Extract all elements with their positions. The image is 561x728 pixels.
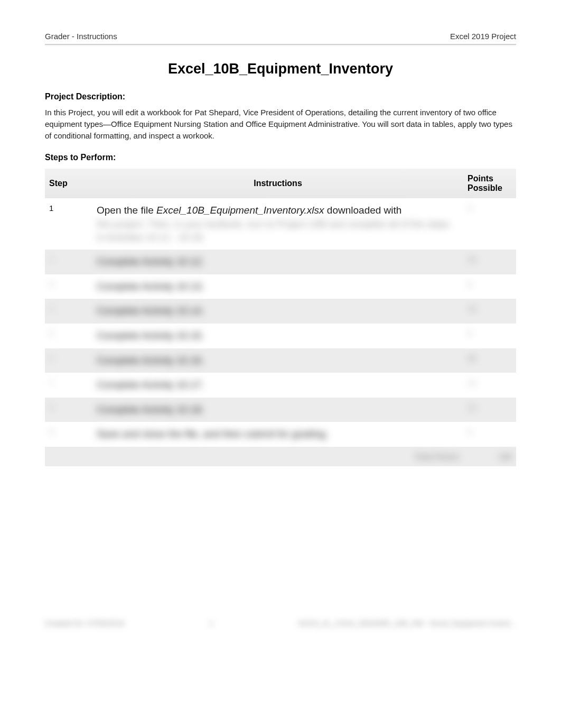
- table-total-row: Total Points 100: [45, 447, 516, 466]
- points-cell: 0: [463, 422, 516, 447]
- total-value: 100: [463, 447, 516, 466]
- col-step: Step: [45, 169, 92, 198]
- step-number: 4: [45, 299, 92, 324]
- footer-center: 1: [209, 619, 213, 628]
- table-row: 9 Save and close the file, and then subm…: [45, 422, 516, 447]
- table-row: 7 Complete Activity 10.17. 12: [45, 373, 516, 398]
- step-number: 2: [45, 250, 92, 274]
- table-row: 8 Complete Activity 10.18. 12: [45, 398, 516, 422]
- instruction-cell: Complete Activity 10.17.: [92, 373, 463, 398]
- points-cell: 8: [463, 324, 516, 348]
- instruction-cell: Complete Activity 10.16.: [92, 348, 463, 373]
- steps-to-perform-label: Steps to Perform:: [45, 153, 516, 162]
- total-label: Total Points: [92, 447, 463, 466]
- col-instructions: Instructions: [92, 169, 463, 198]
- table-row: 5 Complete Activity 10.15. 8: [45, 324, 516, 348]
- step-number: 9: [45, 422, 92, 447]
- table-row: 3 Complete Activity 10.13. 8: [45, 274, 516, 299]
- table-row: 6 Complete Activity 10.16. 30: [45, 348, 516, 373]
- instruction-cell: Open the file Excel_10B_Equipment_Invent…: [92, 198, 463, 250]
- table-row: 4 Complete Activity 10.14. 15: [45, 299, 516, 324]
- step-number: 1: [45, 198, 92, 250]
- table-header-row: Step Instructions Points Possible: [45, 169, 516, 198]
- steps-table: Step Instructions Points Possible 1 Open…: [45, 169, 516, 466]
- points-cell: 30: [463, 348, 516, 373]
- project-description-text: In this Project, you will edit a workboo…: [45, 107, 516, 141]
- table-row: 2 Complete Activity 10.12. 15: [45, 250, 516, 274]
- footer-row: Created On: 07/05/2019 1 GO19_XL_CH10_GR…: [45, 619, 516, 628]
- table-row: 1 Open the file Excel_10B_Equipment_Inve…: [45, 198, 516, 250]
- instruction-cell: Complete Activity 10.14.: [92, 299, 463, 324]
- instruction-cell: Save and close the file, and then submit…: [92, 422, 463, 447]
- points-cell: 0: [463, 198, 516, 250]
- points-cell: 12: [463, 398, 516, 422]
- points-cell: 15: [463, 250, 516, 274]
- step-number: 7: [45, 373, 92, 398]
- points-cell: 12: [463, 373, 516, 398]
- points-cell: 15: [463, 299, 516, 324]
- instruction-cell: Complete Activity 10.15.: [92, 324, 463, 348]
- instruction-blurred: this project. Then, in your textbook, tu…: [97, 218, 459, 244]
- header-right: Excel 2019 Project: [450, 32, 516, 41]
- instruction-prefix: Open the file: [97, 205, 156, 216]
- page-title: Excel_10B_Equipment_Inventory: [45, 61, 516, 77]
- header-left: Grader - Instructions: [45, 32, 117, 41]
- step-number: 3: [45, 274, 92, 299]
- project-description-label: Project Description:: [45, 92, 516, 102]
- instruction-filename: Excel_10B_Equipment_Inventory.xlsx: [156, 205, 324, 216]
- step-number: 5: [45, 324, 92, 348]
- footer-right: GO19_XL_CH10_GRADER_10B_HW - Excel_Equip…: [298, 619, 516, 628]
- col-points: Points Possible: [463, 169, 516, 198]
- total-empty: [45, 447, 92, 466]
- step-number: 6: [45, 348, 92, 373]
- footer-left: Created On: 07/05/2019: [45, 619, 124, 628]
- points-cell: 8: [463, 274, 516, 299]
- step-number: 8: [45, 398, 92, 422]
- instruction-cell: Complete Activity 10.12.: [92, 250, 463, 274]
- instruction-cell: Complete Activity 10.18.: [92, 398, 463, 422]
- document-page: Grader - Instructions Excel 2019 Project…: [0, 0, 561, 466]
- instruction-suffix: downloaded with: [324, 205, 402, 216]
- instruction-cell: Complete Activity 10.13.: [92, 274, 463, 299]
- header-row: Grader - Instructions Excel 2019 Project: [45, 32, 516, 45]
